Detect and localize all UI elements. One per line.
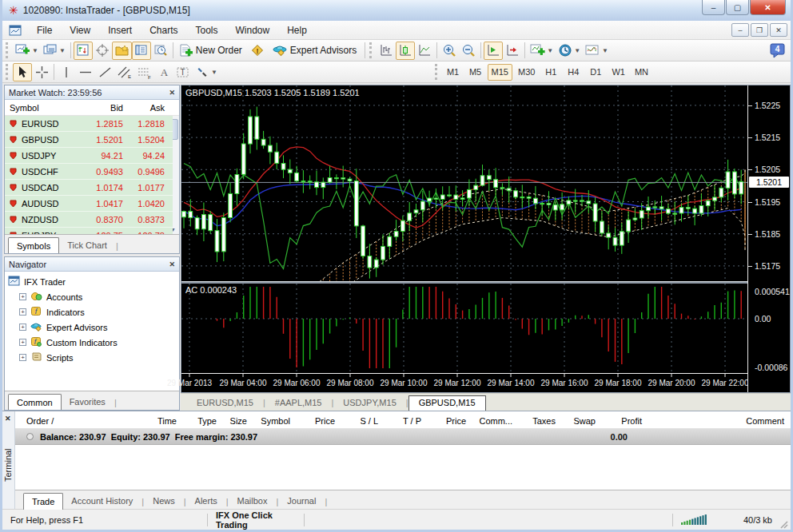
periods-button[interactable]: ▼ [556,42,583,60]
navigator-item-indicators[interactable]: +fIndicators [8,304,179,320]
balance-row[interactable]: Balance: 230.97 Equity: 230.97 Free marg… [15,429,791,445]
timeframe-w1[interactable]: W1 [608,64,629,81]
price-chart[interactable]: GBPUSD,M15 1.5203 1.5205 1.5189 1.5201 [181,85,747,281]
column-ask[interactable]: Ask [123,103,168,113]
terminal-column-symbol[interactable]: Symbol [247,416,290,426]
menu-window[interactable]: Window [227,22,279,38]
menu-insert[interactable]: Insert [99,22,141,38]
column-symbol[interactable]: Symbol [5,103,78,113]
toolbar-grip[interactable] [6,42,10,58]
arrows-tool-button[interactable]: ▼ [193,63,220,81]
navigator-header[interactable]: Navigator ✕ [5,257,179,272]
time-axis[interactable]: 29 Mar 201329 Mar 04:0029 Mar 06:0029 Ma… [181,373,747,392]
crosshair-tool-button[interactable] [32,63,51,81]
resize-grip-icon[interactable] [779,519,789,530]
indicators-button[interactable]: ▼ [528,42,556,60]
bar-chart-style-button[interactable] [377,42,396,60]
timeframe-m1[interactable]: M1 [443,64,464,81]
navigator-item-expert-advisors[interactable]: +Expert Advisors [8,320,179,335]
tab-tick-chart[interactable]: Tick Chart [59,238,115,253]
timeframe-mn[interactable]: MN [631,64,652,81]
timeframe-h4[interactable]: H4 [563,64,584,81]
chart-tab-usdjpy-m15[interactable]: USDJPY,M15 [333,396,405,411]
navigator-root-item[interactable]: IFX Trader [8,274,179,289]
market-watch-row[interactable]: NZDUSD0.83700.8373 [5,212,173,228]
close-button[interactable]: ✕ [750,0,786,15]
mdi-restore-button[interactable]: ❐ [751,23,768,37]
equidistant-channel-tool-button[interactable]: E [114,63,134,81]
market-watch-row[interactable]: GBPUSD1.52011.5204 [5,132,173,148]
toolbar-grip[interactable] [369,42,373,58]
mdi-minimize-button[interactable]: – [731,23,749,37]
navigator-item-custom-indicators[interactable]: +fCustom Indicators [8,335,179,350]
terminal-column-size[interactable]: Size [217,416,247,426]
fibonacci-tool-button[interactable]: F [134,63,154,81]
market-watch-row[interactable]: AUDUSD1.04171.0420 [5,196,173,212]
timeframe-m30[interactable]: M30 [514,64,539,81]
tab-symbols[interactable]: Symbols [8,237,59,254]
line-chart-style-button[interactable] [415,42,434,60]
zoom-in-button[interactable] [440,42,459,60]
market-watch-row[interactable]: EURUSD1.28151.2818 [5,116,173,132]
timeframe-m15[interactable]: M15 [488,64,512,81]
market-watch-row[interactable]: EURJPY120.75120.78 [5,228,173,234]
market-watch-row[interactable]: USDCAD1.01741.0177 [5,180,173,196]
new-chart-button[interactable]: ▼ [13,42,41,60]
timeframe-h1[interactable]: H1 [540,64,561,81]
timeframe-d1[interactable]: D1 [585,64,606,81]
terminal-column-order-[interactable]: Order / [15,416,65,426]
terminal-column-price[interactable]: Price [290,416,335,426]
terminal-column-comment[interactable]: Comment [642,416,791,426]
menu-file[interactable]: File [28,22,61,38]
mdi-close-button[interactable]: ✕ [770,23,787,37]
chart-tab-gbpusd-m15[interactable]: GBPUSD,M15 [408,395,486,411]
terminal-tab-journal[interactable]: Journal [279,494,324,509]
expand-plus-icon[interactable]: + [19,324,26,331]
terminal-tab-mailbox[interactable]: Mailbox [229,494,276,509]
text-tool-button[interactable]: A [154,63,173,81]
market-watch-column-headers[interactable]: Symbol Bid Ask [5,100,179,116]
toolbar-grip[interactable] [435,64,439,80]
maximize-button[interactable]: ▢ [726,0,749,15]
expand-plus-icon[interactable]: + [19,339,26,346]
strategy-tester-button[interactable] [151,42,170,60]
navigator-item-accounts[interactable]: +Accounts [8,289,179,304]
ac-indicator-chart[interactable]: AC 0.000243 [181,284,747,373]
terminal-column-t-p[interactable]: T / P [378,416,421,426]
expert-advisors-button[interactable]: Expert Advisors [269,42,362,60]
expand-plus-icon[interactable]: + [19,354,26,361]
terminal-tab-news[interactable]: News [145,494,183,509]
new-order-button[interactable]: New Order [176,42,248,60]
close-icon[interactable]: ✕ [5,415,11,423]
terminal-toggle-button[interactable] [132,42,151,60]
terminal-column-time[interactable]: Time [65,416,177,426]
column-bid[interactable]: Bid [78,103,123,113]
terminal-column-profit[interactable]: Profit [596,416,642,426]
chart-tab-eurusd-m15[interactable]: EURUSD,M15 [187,396,263,411]
cursor-tool-button[interactable] [13,63,32,81]
terminal-tab-alerts[interactable]: Alerts [187,494,225,509]
navigator-toggle-button[interactable] [112,42,132,60]
terminal-tab-trade[interactable]: Trade [23,493,63,510]
horizontal-line-tool-button[interactable] [76,63,95,81]
close-icon[interactable]: ✕ [169,89,175,97]
text-label-tool-button[interactable]: T [173,63,193,81]
menu-help[interactable]: Help [278,22,316,38]
terminal-column-type[interactable]: Type [177,416,217,426]
chart-window[interactable]: GBPUSD,M15 1.5203 1.5205 1.5189 1.5201 A… [181,85,791,393]
terminal-tab-account-history[interactable]: Account History [63,494,141,509]
minimize-button[interactable]: – [702,0,725,15]
profiles-button[interactable]: ▼ [41,42,68,60]
templates-button[interactable]: ▼ [583,42,611,60]
trendline-tool-button[interactable] [95,63,114,81]
terminal-column-s-l[interactable]: S / L [335,416,378,426]
vertical-line-tool-button[interactable] [57,63,76,81]
auto-scroll-button[interactable] [484,42,503,60]
comments-badge-button[interactable]: 4 [767,42,789,60]
expand-plus-icon[interactable]: + [19,293,26,300]
tab-common[interactable]: Common [8,394,62,411]
terminal-column-taxes[interactable]: Taxes [512,416,556,426]
candlestick-style-button[interactable] [396,42,415,60]
menu-charts[interactable]: Charts [141,22,186,38]
close-icon[interactable]: ✕ [169,260,175,268]
